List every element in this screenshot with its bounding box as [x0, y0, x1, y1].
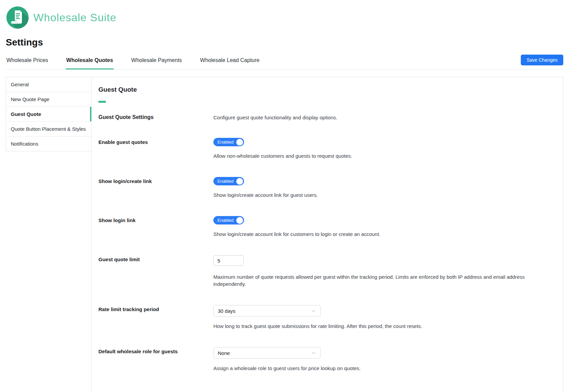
- setting-label: Show login/create link: [98, 177, 213, 199]
- setting-description: Maximum number of quote requests allowed…: [213, 273, 556, 288]
- enable-guest-quotes-toggle[interactable]: Enabled: [213, 138, 244, 146]
- sidebar-item-guest-quote[interactable]: Guest Quote: [6, 107, 91, 122]
- section-header-row: Guest Quote Settings Configure guest quo…: [98, 113, 556, 120]
- section-description: Configure guest quote functionality and …: [213, 113, 556, 120]
- guest-quote-panel: Guest Quote Guest Quote Settings Configu…: [91, 77, 563, 392]
- default-wholesale-role-select[interactable]: None: [213, 347, 321, 359]
- tab-bar: Wholesale Prices Wholesale Quotes Wholes…: [6, 53, 563, 70]
- tab-wholesale-payments[interactable]: Wholesale Payments: [130, 53, 182, 69]
- page: Wholesale Suite Settings Wholesale Price…: [0, 0, 569, 392]
- sidebar-item-new-quote-page[interactable]: New Quote Page: [6, 92, 91, 107]
- setting-label: Guest quote limit: [98, 255, 213, 288]
- settings-sidebar: General New Quote Page Guest Quote Quote…: [6, 77, 92, 151]
- save-changes-button-top[interactable]: Save Changes: [521, 55, 563, 65]
- setting-label: Rate limit tracking period: [98, 305, 213, 330]
- toggle-state-label: Enabled: [217, 218, 234, 223]
- section-heading: Guest Quote Settings: [98, 113, 213, 120]
- brand-name: Wholesale Suite: [33, 11, 116, 24]
- setting-label: Enable guest quotes: [98, 138, 213, 159]
- tab-wholesale-quotes[interactable]: Wholesale Quotes: [66, 53, 114, 69]
- select-value: None: [218, 350, 230, 356]
- brand-header: Wholesale Suite: [6, 0, 563, 30]
- wholesale-suite-logo-icon: [6, 6, 29, 29]
- toggle-knob: [236, 139, 243, 146]
- page-title: Settings: [6, 37, 563, 48]
- sidebar-item-notifications[interactable]: Notifications: [6, 137, 91, 151]
- select-value: 30 days: [218, 308, 236, 314]
- toggle-state-label: Enabled: [217, 179, 234, 184]
- setting-row-show-login-create-link: Show login/create link Enabled Show logi…: [98, 177, 556, 199]
- sidebar-item-quote-button-placement[interactable]: Quote Button Placement & Styles: [6, 122, 91, 137]
- chevron-down-icon: [311, 350, 316, 356]
- setting-description: Show login/create account link for custo…: [213, 231, 556, 238]
- setting-description: How long to track guest quote submission…: [213, 323, 556, 330]
- setting-description: Allow non-wholesale customers and guests…: [213, 152, 556, 159]
- chevron-down-icon: [311, 308, 316, 313]
- panel-title: Guest Quote: [98, 86, 556, 93]
- setting-description: Show login/create account link for guest…: [213, 191, 556, 199]
- guest-quote-limit-input[interactable]: [213, 255, 244, 266]
- setting-row-guest-quote-limit: Guest quote limit Maximum number of quot…: [98, 255, 556, 288]
- setting-row-default-wholesale-role: Default wholesale role for guests None A…: [98, 347, 556, 372]
- content-layout: General New Quote Page Guest Quote Quote…: [6, 77, 563, 392]
- rate-limit-period-select[interactable]: 30 days: [213, 305, 321, 316]
- sidebar-item-general[interactable]: General: [6, 77, 91, 92]
- toggle-knob: [236, 178, 243, 185]
- panel-title-accent: [98, 101, 106, 103]
- toggle-knob: [236, 217, 243, 224]
- setting-row-enable-guest-quotes: Enable guest quotes Enabled Allow non-wh…: [98, 138, 556, 159]
- tab-wholesale-lead-capture[interactable]: Wholesale Lead Capture: [200, 53, 260, 69]
- show-login-link-toggle[interactable]: Enabled: [213, 216, 244, 224]
- show-login-create-link-toggle[interactable]: Enabled: [213, 177, 244, 185]
- tab-wholesale-prices[interactable]: Wholesale Prices: [6, 53, 49, 69]
- toggle-state-label: Enabled: [217, 140, 234, 145]
- setting-label: Show login link: [98, 216, 213, 238]
- setting-row-rate-limit-tracking-period: Rate limit tracking period 30 days How l…: [98, 305, 556, 330]
- setting-label: Default wholesale role for guests: [98, 347, 213, 372]
- setting-row-show-login-link: Show login link Enabled Show login/creat…: [98, 216, 556, 238]
- setting-description: Assign a wholesale role to guest users f…: [213, 365, 556, 372]
